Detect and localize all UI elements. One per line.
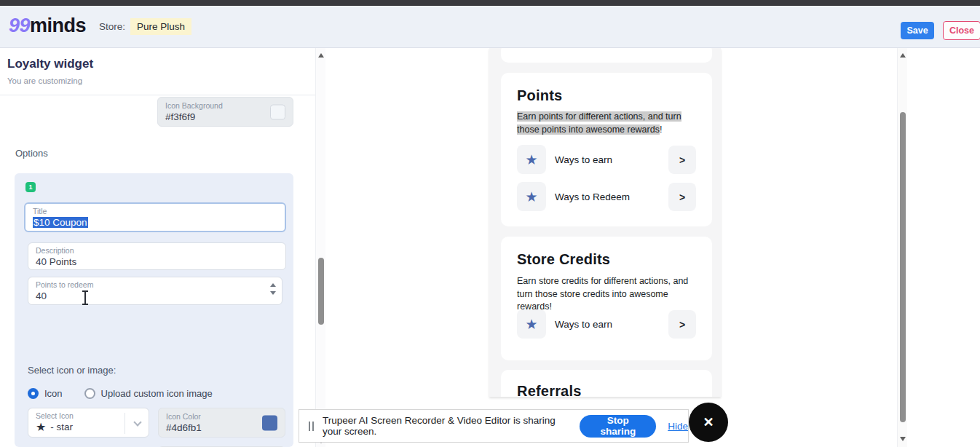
icon-color-swatch[interactable]: [262, 415, 277, 430]
icon-color-field[interactable]: Icon Color #4d6fb1: [158, 408, 285, 438]
points-to-redeem-label: Points to redeem: [36, 280, 274, 290]
logo-minds-part: minds: [30, 15, 86, 36]
store-credits-card: Store Credits Earn store credits for dif…: [501, 237, 712, 360]
title-label: Title: [33, 207, 277, 216]
number-stepper[interactable]: [270, 283, 276, 295]
store-name-badge: Pure Plush: [130, 18, 191, 35]
points-description: Earn points for different actions, and t…: [517, 111, 699, 136]
panel-scrollbar-thumb[interactable]: [318, 258, 324, 325]
page-title: Loyalty widget: [7, 57, 93, 71]
chevron-right-icon[interactable]: >: [668, 146, 696, 174]
select-icon-label: Select Icon: [36, 411, 141, 421]
recorder-close-button[interactable]: ✕: [689, 403, 728, 442]
app-window: 99minds Store: Pure Plush Save Close Loy…: [0, 0, 980, 447]
close-icon: ✕: [703, 414, 714, 430]
scroll-up-icon[interactable]: [900, 53, 906, 58]
browser-top-strip: [0, 0, 980, 6]
main-scrollbar[interactable]: [897, 48, 907, 447]
star-icon: ★: [525, 317, 537, 331]
main-scrollbar-thumb[interactable]: [900, 112, 906, 422]
row-icon-box: ★: [517, 145, 546, 174]
title-value-selected: $10 Coupon: [33, 217, 88, 228]
store-credits-description: Earn store credits for different actions…: [517, 275, 699, 314]
option-index-badge: 1: [25, 182, 36, 192]
icon-background-field-top[interactable]: Icon Background #f3f6f9: [157, 97, 293, 127]
star-icon: ★: [525, 153, 537, 167]
chevron-right-icon[interactable]: >: [668, 183, 696, 211]
pause-icon: [309, 422, 314, 431]
selected-text: Earn points for different actions, and t…: [517, 111, 681, 135]
star-icon: ★: [36, 422, 46, 433]
hide-link[interactable]: Hide: [668, 421, 688, 432]
stepper-down-icon[interactable]: [270, 291, 276, 295]
logo-99-part: 99: [9, 15, 30, 36]
ways-to-earn-row[interactable]: ★ Ways to earn >: [517, 145, 696, 174]
divider: [0, 95, 315, 95]
logo-99minds: 99minds: [9, 15, 86, 37]
radio-icon-label: Icon: [44, 388, 63, 399]
settings-panel: Loyalty widget You are customizing Icon …: [0, 48, 315, 447]
store-indicator: Store: Pure Plush: [99, 18, 191, 35]
points-title: Points: [517, 87, 562, 104]
description-value: 40 Points: [36, 256, 278, 268]
row-label: Ways to earn: [555, 319, 612, 330]
row-icon-box: ★: [517, 309, 546, 339]
icon-background-label: Icon Background: [165, 101, 285, 111]
scroll-down-icon[interactable]: [900, 437, 906, 441]
select-icon-or-image-label: Select icon or image:: [28, 365, 116, 376]
app-header: 99minds Store: Pure Plush Save Close: [0, 6, 980, 48]
points-to-redeem-value: 40: [36, 290, 274, 302]
store-label: Store:: [99, 21, 125, 32]
radio-upload-custom[interactable]: [84, 388, 95, 399]
referrals-card: Referrals: [501, 370, 712, 397]
description-field[interactable]: Description 40 Points: [28, 242, 286, 270]
row-label: Ways to Redeem: [555, 191, 630, 202]
icon-color-value: #4d6fb1: [166, 422, 277, 434]
ways-to-earn-row[interactable]: ★ Ways to earn >: [517, 309, 696, 339]
title-field[interactable]: Title $10 Coupon: [24, 202, 286, 232]
points-to-redeem-field[interactable]: Points to redeem 40: [28, 277, 282, 305]
icon-source-radio-group: Icon Upload custom icon image: [28, 388, 213, 399]
radio-upload-label: Upload custom icon image: [101, 388, 213, 399]
share-message: Trupeer AI Screen Recorder & Video Edito…: [323, 415, 571, 437]
page-subtitle: You are customizing: [7, 76, 82, 85]
points-card: Points Earn points for different actions…: [501, 73, 712, 226]
close-button[interactable]: Close: [943, 21, 980, 40]
star-icon: ★: [525, 190, 537, 204]
radio-icon-selected[interactable]: [28, 388, 39, 399]
row-label: Ways to earn: [555, 154, 612, 165]
stepper-up-icon[interactable]: [270, 283, 276, 287]
select-icon-dropdown[interactable]: Select Icon ★ - star: [28, 408, 149, 438]
options-section-label: Options: [15, 148, 48, 159]
icon-background-value: #f3f6f9: [165, 111, 285, 123]
save-button[interactable]: Save: [901, 22, 934, 39]
icon-background-swatch[interactable]: [270, 104, 285, 119]
description-label: Description: [36, 246, 278, 256]
referrals-title: Referrals: [517, 383, 582, 397]
option-card: 1 Title $10 Coupon Description 40 Points…: [15, 173, 293, 447]
ways-to-redeem-row[interactable]: ★ Ways to Redeem >: [517, 182, 696, 211]
select-icon-value: - star: [50, 421, 73, 433]
divider: [125, 413, 125, 434]
panel-scrollbar[interactable]: [315, 48, 325, 447]
chevron-right-icon[interactable]: >: [668, 310, 696, 339]
stop-sharing-button[interactable]: Stop sharing: [580, 415, 656, 438]
row-icon-box: ★: [517, 182, 546, 211]
icon-color-label: Icon Color: [166, 412, 277, 422]
preview-card-fragment: [501, 48, 712, 63]
screen-share-bar: Trupeer AI Screen Recorder & Video Edito…: [299, 409, 689, 443]
widget-preview: Points Earn points for different actions…: [489, 48, 721, 397]
scroll-up-icon[interactable]: [318, 53, 324, 58]
store-credits-title: Store Credits: [517, 251, 610, 268]
